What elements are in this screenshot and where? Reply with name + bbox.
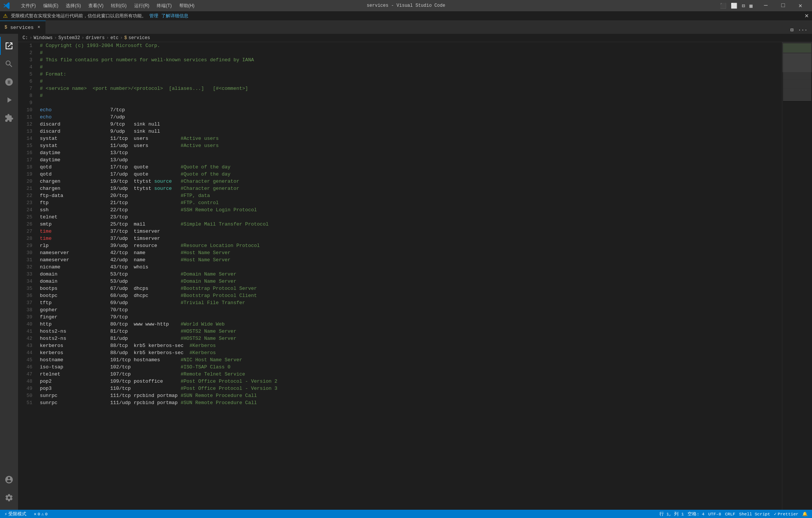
tab-close-button[interactable]: × bbox=[37, 24, 41, 31]
activity-settings[interactable] bbox=[0, 489, 18, 507]
status-spaces[interactable]: 空格: 4 bbox=[686, 510, 706, 518]
menu-goto[interactable]: 转到(G) bbox=[108, 2, 129, 10]
code-line-29: rlp 39/udp resource #Resource Location P… bbox=[40, 242, 782, 249]
status-remote[interactable]: ⚡ 受限模式 bbox=[3, 510, 28, 518]
window-title: services - Visual Studio Code bbox=[367, 3, 445, 8]
layout-icon-1[interactable]: ⬛ bbox=[718, 1, 728, 11]
code-line-26: smtp 25/tcp mail #Simple Mail Transfer P… bbox=[40, 221, 782, 228]
breadcrumb-windows[interactable]: Windows bbox=[34, 35, 53, 41]
minimap-slider[interactable] bbox=[782, 42, 812, 72]
line-numbers: 1 2 3 4 5 6 7 8 9 10 11 12 13 14 15 16 1… bbox=[18, 42, 37, 510]
code-line-38: gopher 70/tcp bbox=[40, 306, 782, 314]
status-line-col[interactable]: 行 1, 列 1 bbox=[658, 510, 685, 518]
bell-icon: 🔔 bbox=[802, 511, 807, 516]
prettier-label: Prettier bbox=[778, 512, 798, 516]
language-label: Shell Script bbox=[739, 512, 770, 516]
breadcrumb-dollar: $ bbox=[124, 35, 127, 41]
code-line-13: discard 9/udp sink null bbox=[40, 128, 782, 135]
menu-file[interactable]: 文件(F) bbox=[18, 2, 39, 10]
code-line-3: # This file contains port numbers for we… bbox=[40, 56, 782, 64]
layout-icon-3[interactable]: ⊟ bbox=[740, 1, 746, 11]
menu-edit[interactable]: 编辑(E) bbox=[40, 2, 61, 10]
code-line-4: # bbox=[40, 64, 782, 71]
activity-git[interactable] bbox=[0, 73, 18, 91]
status-line-ending[interactable]: CRLF bbox=[723, 510, 737, 518]
activity-bar-bottom bbox=[0, 471, 18, 510]
code-line-8: # bbox=[40, 92, 782, 99]
error-icon: ✕ bbox=[34, 511, 36, 516]
tab-bar-actions: ⊟ ··· bbox=[786, 26, 812, 34]
status-notifications[interactable]: 🔔 bbox=[801, 510, 809, 518]
info-bar-close-button[interactable]: ✕ bbox=[804, 13, 809, 19]
menu-view[interactable]: 查看(V) bbox=[85, 2, 106, 10]
status-errors[interactable]: ✕ 0 ⚠ 0 bbox=[32, 510, 49, 518]
status-encoding[interactable]: UTF-8 bbox=[707, 510, 723, 518]
more-actions-button[interactable]: ··· bbox=[797, 26, 809, 34]
manage-link[interactable]: 管理 bbox=[149, 13, 158, 19]
layout-icon-4[interactable]: ▦ bbox=[748, 1, 754, 11]
code-line-30: nameserver 42/tcp name #Host Name Server bbox=[40, 249, 782, 256]
layout-icon-2[interactable]: ⬜ bbox=[729, 1, 739, 11]
status-language[interactable]: Shell Script bbox=[738, 510, 772, 518]
code-line-48: pop2 109/tcp postoffice #Post Office Pro… bbox=[40, 378, 782, 385]
code-line-47: rtelnet 107/tcp #Remote Telnet Service bbox=[40, 371, 782, 378]
close-button[interactable]: ✕ bbox=[792, 0, 809, 11]
code-line-10: echo 7/tcp bbox=[40, 106, 782, 114]
minimize-button[interactable]: ─ bbox=[757, 0, 774, 11]
code-line-2: # bbox=[40, 49, 782, 56]
code-line-15: systat 11/udp users #Active users bbox=[40, 142, 782, 149]
status-prettier[interactable]: ✓ Prettier bbox=[773, 510, 800, 518]
code-line-33: domain 53/tcp #Domain Name Server bbox=[40, 271, 782, 278]
menu-help[interactable]: 帮助(H) bbox=[176, 2, 198, 10]
title-bar-left: 文件(F) 编辑(E) 选择(S) 查看(V) 转到(G) 运行(R) 终端(T… bbox=[3, 2, 197, 10]
menu-selection[interactable]: 选择(S) bbox=[63, 2, 84, 10]
code-line-36: bootpc 68/udp dhcpc #Bootstrap Protocol … bbox=[40, 292, 782, 299]
tab-services[interactable]: $ services × bbox=[0, 21, 46, 34]
code-line-18: qotd 17/tcp quote #Quote of the day bbox=[40, 164, 782, 171]
activity-explorer[interactable] bbox=[0, 37, 18, 55]
window-controls: ⬛ ⬜ ⊟ ▦ ─ □ ✕ bbox=[718, 0, 809, 11]
prettier-icon: ✓ bbox=[774, 511, 777, 516]
code-line-37: tftp 69/udp #Trivial File Transfer bbox=[40, 299, 782, 306]
code-line-24: ssh 22/tcp #SSH Remote Login Protocol bbox=[40, 206, 782, 214]
minimap[interactable] bbox=[782, 42, 812, 510]
breadcrumb-services[interactable]: services bbox=[129, 35, 150, 41]
activity-account[interactable] bbox=[0, 471, 18, 489]
split-editor-button[interactable]: ⊟ bbox=[789, 26, 795, 34]
breadcrumb-c[interactable]: C: bbox=[23, 35, 28, 41]
code-line-27: time 37/tcp timserver bbox=[40, 228, 782, 235]
code-line-41: hosts2-ns 81/tcp #HOSTS2 Name Server bbox=[40, 328, 782, 335]
info-bar-text: 受限模式暂在实现安全地运行代码前，信任此窗口以启用所有功能。 bbox=[11, 13, 146, 19]
error-count: 0 bbox=[38, 512, 40, 516]
breadcrumb-system32[interactable]: System32 bbox=[58, 35, 80, 41]
breadcrumb-drivers[interactable]: drivers bbox=[86, 35, 105, 41]
status-restricted-label: 受限模式 bbox=[8, 511, 26, 517]
line-col-label: 行 1, 列 1 bbox=[659, 511, 684, 517]
code-content[interactable]: # Copyright (c) 1993-2004 Microsoft Corp… bbox=[37, 42, 782, 510]
code-line-5: # Format: bbox=[40, 71, 782, 78]
learn-more-link[interactable]: 了解详细信息 bbox=[161, 13, 188, 19]
code-line-21: chargen 19/udp ttytst source #Character … bbox=[40, 185, 782, 192]
code-line-16: daytime 13/tcp bbox=[40, 149, 782, 156]
main-layout: C: › Windows › System32 › drivers › etc … bbox=[0, 34, 812, 510]
warning-icon-status: ⚠ bbox=[41, 511, 44, 516]
maximize-button[interactable]: □ bbox=[774, 0, 792, 11]
menu-run[interactable]: 运行(R) bbox=[131, 2, 153, 10]
activity-run[interactable] bbox=[0, 91, 18, 109]
spaces-label: 空格: 4 bbox=[688, 511, 704, 517]
title-bar: 文件(F) 编辑(E) 选择(S) 查看(V) 转到(G) 运行(R) 终端(T… bbox=[0, 0, 812, 11]
breadcrumb-etc[interactable]: etc bbox=[111, 35, 119, 41]
app-logo bbox=[3, 2, 11, 9]
code-line-43: kerberos 88/tcp krb5 kerberos-sec #Kerbe… bbox=[40, 342, 782, 349]
code-line-28: time 37/udp timserver bbox=[40, 235, 782, 242]
menu-terminal[interactable]: 终端(T) bbox=[154, 2, 174, 10]
activity-search[interactable] bbox=[0, 55, 18, 73]
code-line-6: # bbox=[40, 78, 782, 85]
status-right: 行 1, 列 1 空格: 4 UTF-8 CRLF Shell Script ✓… bbox=[658, 510, 809, 518]
tab-label: services bbox=[10, 25, 33, 30]
warning-count: 0 bbox=[45, 512, 48, 516]
code-line-44: kerberos 88/udp krb5 kerberos-sec #Kerbe… bbox=[40, 349, 782, 356]
code-line-31: nameserver 42/udp name #Host Name Server bbox=[40, 256, 782, 264]
info-bar: ⚠ 受限模式暂在实现安全地运行代码前，信任此窗口以启用所有功能。 管理 了解详细… bbox=[0, 11, 812, 21]
activity-extensions[interactable] bbox=[0, 109, 18, 127]
